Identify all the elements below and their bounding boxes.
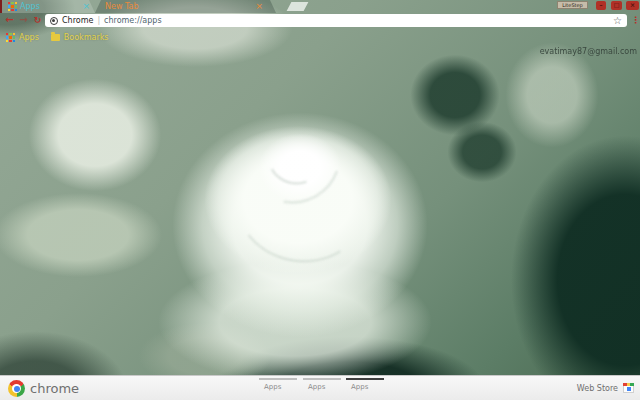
- minimize-button[interactable]: –: [596, 1, 606, 10]
- tab-label: New Tab: [105, 2, 139, 11]
- url-text[interactable]: chrome://apps: [104, 16, 162, 25]
- window-frame-edge: [0, 0, 2, 13]
- page-indicator-line: [303, 378, 341, 380]
- bookmark-item-apps[interactable]: Apps: [6, 33, 39, 42]
- bookmark-label: Bookmarks: [64, 33, 109, 42]
- apps-page-tab-2[interactable]: Apps: [303, 378, 343, 391]
- tab-new-tab[interactable]: New Tab ×: [95, 0, 276, 13]
- chrome-brand-label: chrome: [30, 381, 79, 396]
- page-indicator-line: [346, 378, 384, 380]
- tab-apps[interactable]: Apps ×: [2, 0, 95, 13]
- apps-grid-icon: [8, 2, 17, 11]
- window-badge: LiteStep: [557, 1, 588, 9]
- launcher-bar: chrome Apps Apps Apps Web Store: [0, 375, 640, 400]
- reload-icon[interactable]: ↻: [31, 13, 44, 27]
- maximize-button[interactable]: □: [611, 1, 622, 10]
- close-icon[interactable]: ×: [255, 1, 263, 11]
- bookmarks-bar: Apps Bookmarks: [0, 30, 640, 45]
- folder-icon: [51, 34, 60, 41]
- bookmark-item-bookmarks[interactable]: Bookmarks: [51, 33, 109, 42]
- web-store-link[interactable]: Web Store: [577, 383, 634, 393]
- chrome-theme-preview: Apps × New Tab × LiteStep – □ × ← → ↻ Ch…: [0, 0, 640, 400]
- site-label: Chrome: [62, 16, 93, 25]
- chrome-logo-icon: [8, 380, 25, 397]
- omnibox-divider: |: [97, 16, 100, 25]
- window-close-button[interactable]: ×: [626, 1, 639, 10]
- close-icon[interactable]: ×: [82, 1, 90, 11]
- address-bar[interactable]: Chrome | chrome://apps ☆: [45, 14, 627, 27]
- bookmark-star-icon[interactable]: ☆: [613, 16, 622, 26]
- tab-label: Apps: [20, 2, 40, 11]
- apps-page-tab-3[interactable]: Apps: [346, 378, 386, 391]
- profile-email: evatimay87@gmail.com: [540, 47, 637, 56]
- rose-wallpaper: [0, 0, 640, 400]
- web-store-icon: [623, 383, 634, 393]
- menu-dots-icon[interactable]: ⋮: [631, 13, 640, 27]
- back-icon[interactable]: ←: [3, 13, 16, 27]
- apps-grid-icon: [6, 33, 15, 42]
- apps-page-tab-1[interactable]: Apps: [259, 378, 299, 391]
- rose-petal-highlight: [227, 140, 374, 273]
- page-indicator-line: [259, 378, 297, 380]
- bookmark-label: Apps: [19, 33, 39, 42]
- forward-icon[interactable]: →: [17, 13, 30, 27]
- site-globe-icon: [50, 17, 58, 25]
